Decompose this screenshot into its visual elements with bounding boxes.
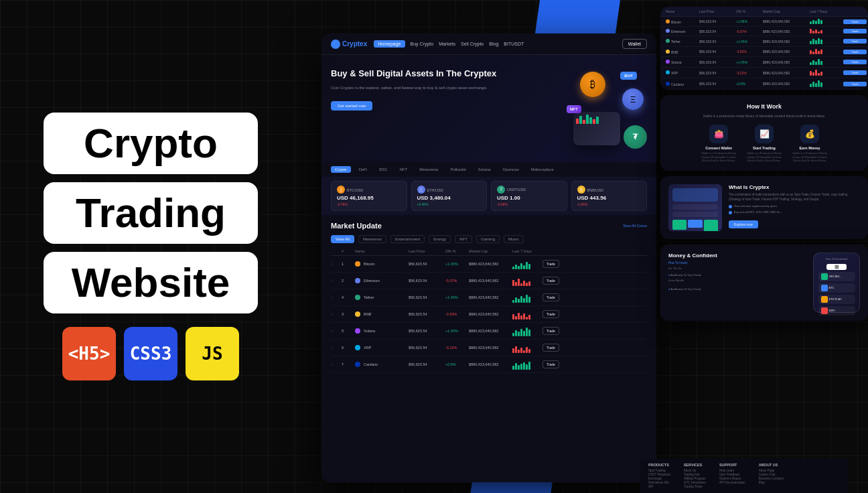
trade-btn-7[interactable]: Trade [542, 360, 559, 368]
footer-title-support: SUPPORT [719, 463, 745, 467]
panel-trade-btn[interactable]: Trade [843, 50, 867, 54]
footer-link[interactable]: Spot Trading [648, 469, 670, 472]
phone-mockup: How To Download ⊞ OKX MiJ... BTC ETH PLA… [813, 253, 860, 313]
footer-link[interactable]: About Page [759, 469, 784, 472]
nav-link-bitusdt[interactable]: BITUSDT [504, 42, 524, 46]
panel-trade-btn[interactable]: Trade [843, 60, 867, 64]
tab-bsc[interactable]: BSC [375, 166, 391, 173]
footer-link[interactable]: Business Contacts [759, 477, 784, 480]
tab-crypto[interactable]: Crypto [331, 166, 351, 173]
panel-row: BNB $56,023.54 -3.93% $880,423,640,582 T… [660, 47, 868, 57]
footer-link[interactable]: API [648, 485, 670, 488]
btc-icon: ₿ [337, 186, 345, 194]
trade-btn-5[interactable]: Trade [542, 327, 559, 335]
eth-price: USD 3,480.04 [417, 195, 482, 201]
footer-link[interactable]: User Feedback [719, 473, 745, 476]
html-badge: <H5> [62, 327, 116, 380]
market-header: Market Update See All Coins [331, 222, 647, 230]
logo-icon [331, 40, 340, 49]
tab-polkadot[interactable]: Polkadot [446, 166, 469, 173]
filter-entertainment[interactable]: Entertainment [390, 235, 425, 243]
footer-link[interactable]: Submit a Report [719, 477, 745, 480]
tab-metaverse[interactable]: Metaverse [415, 166, 442, 173]
panel-trade-btn[interactable]: Trade [843, 29, 867, 33]
feature-dot [729, 205, 732, 208]
trade-btn-2[interactable]: Trade [542, 277, 559, 285]
trade-btn-4[interactable]: Trade [542, 310, 559, 318]
nav-link-markets[interactable]: Markets [439, 42, 455, 46]
website-preview: Cryptex Homepage Buy Crypto Markets Sell… [321, 33, 656, 482]
filter-viewall[interactable]: View All [331, 235, 354, 243]
tech-badges: <H5> CSS3 JS [62, 327, 239, 380]
panel-row: Bitcoin $49,023.54 +1.88% $880,423,640,5… [660, 17, 868, 27]
app-card-2: BTC [818, 283, 855, 293]
footer-link[interactable]: About Us [684, 469, 706, 472]
eth-icon: Ξ [417, 186, 425, 194]
tab-openose[interactable]: Openose [498, 166, 522, 173]
footer-link[interactable]: Coinex Chat [759, 473, 784, 476]
footer-link[interactable]: Derivatives File [648, 481, 670, 484]
trade-btn-3[interactable]: Trade [542, 293, 559, 301]
filter-gaming[interactable]: Gaming [476, 235, 500, 243]
footer-link[interactable]: Exchange [648, 477, 670, 480]
step-desc-1: Staklo is a Production-Ready Library Of … [699, 151, 739, 163]
money-confident-panel: Money & Confident How To Invest On The G… [660, 244, 868, 321]
cryptex-text: What Is Cryptex The combination of trade… [729, 184, 860, 231]
filter-energy[interactable]: Energy [429, 235, 451, 243]
step-connect-wallet: 👛 Connect Wallet Staklo is a Production-… [699, 125, 739, 163]
filter-music[interactable]: Music [504, 235, 524, 243]
explore-button[interactable]: Explore now [729, 220, 758, 228]
footer-link[interactable]: Affiliate Program [684, 477, 706, 480]
step-title-1: Connect Wallet [699, 146, 739, 150]
footer-link[interactable]: Blog [759, 481, 784, 484]
nav-link-blog[interactable]: Blog [489, 42, 498, 46]
app-icon-3 [821, 296, 828, 303]
btc-change: -0.79% [337, 202, 401, 206]
tab-defi[interactable]: DeFi [355, 166, 372, 173]
preview-navbar: Cryptex Homepage Buy Crypto Markets Sell… [321, 33, 656, 55]
panel-trade-btn[interactable]: Trade [843, 82, 867, 86]
how-to-download: How To Download [826, 257, 847, 261]
how-title: How It Work [668, 103, 860, 110]
app-card-1: OKX MiJ... [818, 272, 855, 281]
tab-nft[interactable]: NFT [396, 166, 412, 173]
app-icon-4 [821, 307, 828, 314]
tab-solana[interactable]: Solana [474, 166, 495, 173]
footer-link[interactable]: USDT Perpetual [648, 473, 670, 476]
trade-btn-1[interactable]: Trade [542, 260, 559, 268]
footer-link[interactable]: Trading Fee [684, 473, 706, 476]
logo-text: Cryptex [342, 40, 367, 48]
crypto-tabs: Crypto DeFi BSC NFT Metaverse Polkadot S… [321, 162, 656, 177]
filter-nft[interactable]: NFT [455, 235, 472, 243]
cta-button[interactable]: Get started now [331, 101, 372, 111]
panel-trade-btn[interactable]: Trade [843, 19, 867, 24]
filter-metaverse[interactable]: Metaverse [358, 235, 386, 243]
footer-link[interactable]: Help Learn [719, 469, 745, 472]
title-line-trading: Trading [64, 190, 238, 236]
how-description: Staklo is a production-ready library of … [668, 114, 860, 118]
hero-description: Coin Cryptex is the easiest, safest, and… [331, 85, 560, 91]
money-title: Money & Confident [668, 253, 806, 259]
nav-link-buy[interactable]: Buy Crypto [411, 42, 434, 46]
nav-link-sell[interactable]: Sell Crypto [461, 42, 484, 46]
title-line-crypto: Crypto [64, 121, 238, 166]
market-table: # Name Last Price 24h % Market Cap Last … [331, 247, 647, 373]
hero-section: Buy & Sell Digital Assets In The Cryptex… [321, 55, 656, 162]
step-start-trading: 📈 Start Trading Staklo is a Production-R… [744, 125, 784, 163]
footer-link[interactable]: API Documentation [719, 481, 745, 484]
hero-visual: ₿ Ξ NFT BUY ₮ [567, 68, 647, 149]
panel-trade-btn[interactable]: Trade [843, 70, 867, 75]
trade-btn-6[interactable]: Trade [542, 344, 559, 352]
nav-link-homepage[interactable]: Homepage [374, 40, 405, 48]
tab-makersplace[interactable]: Makersplace [527, 166, 558, 173]
footer-link[interactable]: OTC Derivatives [684, 481, 706, 484]
panel-trade-btn[interactable]: Trade [843, 39, 867, 44]
hero-text: Buy & Sell Digital Assets In The Cryptex… [331, 68, 560, 153]
step-title-3: Earn Money [790, 146, 830, 150]
market-section: Market Update See All Coins View All Met… [321, 215, 656, 380]
panel-row: XRP $56,023.54 -3.22% $880,423,640,582 T… [660, 68, 868, 78]
nav-logo: Cryptex [331, 40, 367, 49]
footer-link[interactable]: Trading Ticker [684, 485, 706, 488]
money-desc-1: On The Go [668, 267, 806, 271]
price-list-panel: Name Last Price 24h % Market Cap Last 7 … [660, 7, 868, 90]
